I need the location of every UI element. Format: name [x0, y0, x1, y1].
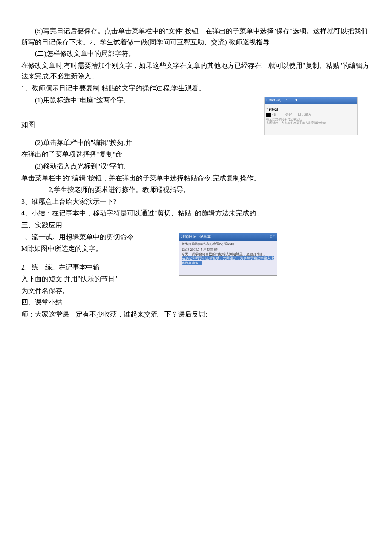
- paragraph-teacher-reflect: 师：大家这堂课一定有不少收获，谁起来交流一下？课后反思:: [21, 309, 371, 320]
- paragraph-student-practice: 2,学生按老师的要求进行搽作。教师巡视指导。: [21, 184, 371, 195]
- paragraph-teacher-demo: 1、教师演示日记中要复制.粘贴的文字的操作过程,学生观看。: [21, 83, 371, 94]
- paragraph-practice-type: 2、练一练。在记事本中输: [21, 262, 162, 273]
- titlebar-2: 我的日记 - 记事本 _ □ ×: [179, 233, 277, 241]
- paragraph-copy-paste: 在修改文章时,有时需要漕加个别文字，如果这些文字在文章的其他地方已经存在，就可以…: [21, 60, 371, 82]
- paragraph-happy-holiday: 入下面的短文.并用"快乐的节日": [21, 273, 162, 285]
- paragraph-save-as: 为文件名保存。: [21, 285, 162, 296]
- document-content: (5)写完日记后要保存。点击单击菜单栏中的"文件"按钮，在弹出的子菜单中选择"保…: [21, 26, 371, 320]
- paragraph-practice-section: 三、实践应用: [21, 220, 371, 231]
- screenshot-2: 我的日记 - 记事本 _ □ × 文件(F) 编辑(E) 格式(O) 查看(V)…: [162, 232, 277, 278]
- paragraph-edit-button: (2)单击菜单栏中的"编辑"按匆,并: [21, 137, 371, 148]
- paragraph-copy-menu: 在弹出的子菜单项选择择"复制"命: [21, 149, 371, 160]
- paragraph-summary: 4、小结：在记事本中，移动字符是可以通过"剪切、粘贴. 的施辑方法来完成的。: [21, 208, 371, 219]
- paragraph-move-cursor: (3)移动插入点光标到"汉"字前.: [21, 161, 371, 172]
- paragraph-volunteer: 3、谁愿意上台给大家演示一下?: [21, 196, 371, 207]
- paragraph-section-2: (二)怎样修改文章中的局部字符。: [21, 48, 371, 59]
- titlebar-1: HAMC9d、 : ◆: [265, 97, 357, 104]
- paragraph-class-summary: 四、课堂小结: [21, 297, 371, 308]
- paragraph-delete-text: M除如图中所选定的文字。: [21, 243, 162, 254]
- paragraph-paste: 单击菜单栏中的"编辑"按钮，并在弹出的子菜单中选择粘贴命令,完成复制操作。: [21, 173, 371, 184]
- paragraph-5: (5)写完日记后要保存。点击单击菜单栏中的"文件"按钮，在弹出的子菜单中选择"保…: [21, 26, 371, 47]
- paragraph-try-cut: 1、流一试。用想辑菜单中的剪切命令: [21, 232, 162, 243]
- screenshot-1: HAMC9d、 : ◆ " f•8023 ■ 仙 会碎 日记输入 我还决定和同学…: [264, 97, 358, 135]
